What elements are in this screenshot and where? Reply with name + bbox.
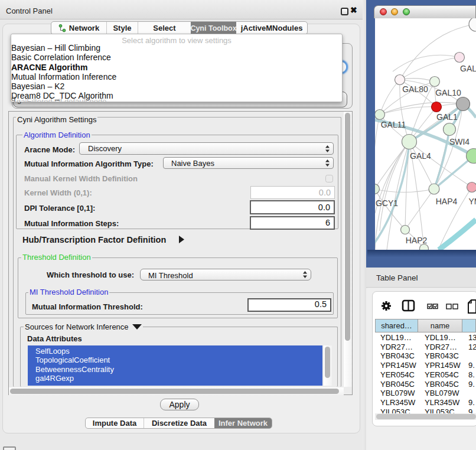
svg-text:GAL10: GAL10: [435, 88, 461, 97]
svg-text:GCY1: GCY1: [376, 198, 398, 208]
svg-text:GAL4: GAL4: [410, 151, 431, 161]
svg-text:YM: YM: [469, 197, 476, 206]
svg-text:HAP4: HAP4: [436, 197, 458, 206]
svg-text:GAL1: GAL1: [436, 112, 458, 122]
svg-text:HAP2: HAP2: [406, 236, 428, 245]
svg-text:GAL80: GAL80: [402, 84, 428, 94]
svg-text:GAL2: GAL2: [460, 64, 476, 73]
svg-text:SWI4: SWI4: [449, 137, 470, 146]
svg-text:GAL11: GAL11: [381, 120, 406, 129]
